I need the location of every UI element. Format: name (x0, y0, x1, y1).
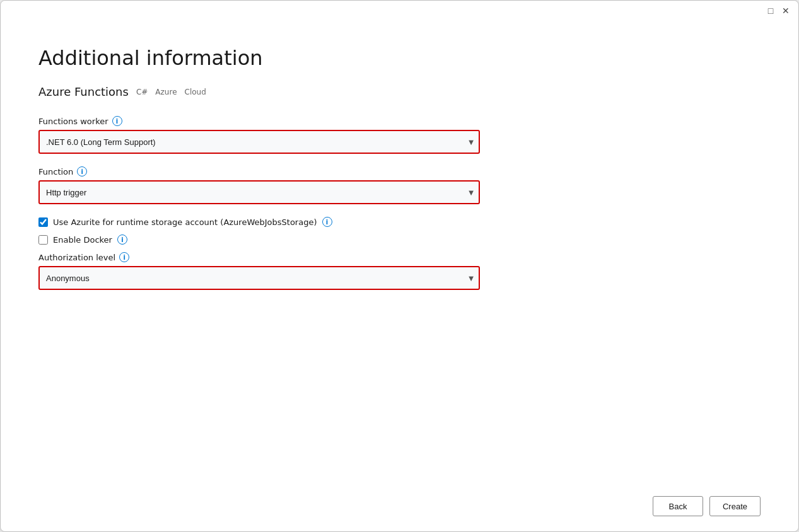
authorization-level-select-wrapper: Anonymous Function Admin ▼ (38, 266, 480, 290)
enable-docker-label: Enable Docker (53, 235, 112, 245)
functions-worker-label: Functions worker i (38, 116, 761, 126)
tag-azure: Azure (155, 88, 177, 96)
enable-docker-checkbox[interactable] (38, 235, 48, 245)
functions-worker-group: Functions worker i .NET 6.0 (Long Term S… (38, 116, 761, 154)
use-azurite-label: Use Azurite for runtime storage account … (53, 217, 317, 227)
functions-worker-info-icon[interactable]: i (112, 116, 122, 126)
authorization-level-group: Authorization level i Anonymous Function… (38, 252, 761, 290)
function-group: Function i Http trigger Timer trigger Qu… (38, 166, 761, 204)
create-button[interactable]: Create (709, 496, 761, 516)
functions-worker-select-wrapper: .NET 6.0 (Long Term Support) .NET 7.0 .N… (38, 130, 480, 154)
functions-worker-select[interactable]: .NET 6.0 (Long Term Support) .NET 7.0 .N… (38, 130, 480, 154)
tag-csharp: C# (136, 88, 148, 96)
form-section: Functions worker i .NET 6.0 (Long Term S… (38, 116, 761, 473)
function-select-wrapper: Http trigger Timer trigger Queue trigger… (38, 180, 480, 204)
close-button[interactable]: ✕ (781, 6, 791, 16)
use-azurite-row: Use Azurite for runtime storage account … (38, 217, 761, 227)
main-content: Additional information Azure Functions C… (1, 21, 798, 486)
main-window: □ ✕ Additional information Azure Functio… (0, 0, 799, 532)
function-info-icon[interactable]: i (77, 166, 87, 176)
tag-cloud: Cloud (185, 88, 206, 96)
enable-docker-row: Enable Docker i (38, 234, 761, 245)
subtitle-main: Azure Functions (38, 85, 129, 98)
title-bar: □ ✕ (1, 1, 798, 21)
function-label-text: Function (38, 167, 73, 176)
use-azurite-checkbox[interactable] (38, 217, 48, 227)
authorization-level-label-text: Authorization level (38, 253, 115, 262)
enable-docker-info-icon[interactable]: i (117, 234, 127, 245)
authorization-level-select[interactable]: Anonymous Function Admin (38, 266, 480, 290)
footer: Back Create (1, 486, 798, 531)
function-label: Function i (38, 166, 761, 176)
back-button[interactable]: Back (653, 496, 703, 516)
function-select[interactable]: Http trigger Timer trigger Queue trigger (38, 180, 480, 204)
subtitle-row: Azure Functions C# Azure Cloud (38, 85, 761, 98)
use-azurite-info-icon[interactable]: i (322, 217, 332, 227)
authorization-level-label: Authorization level i (38, 252, 761, 262)
maximize-button[interactable]: □ (766, 6, 776, 16)
page-title: Additional information (38, 46, 761, 70)
functions-worker-label-text: Functions worker (38, 117, 108, 126)
authorization-level-info-icon[interactable]: i (119, 252, 129, 262)
